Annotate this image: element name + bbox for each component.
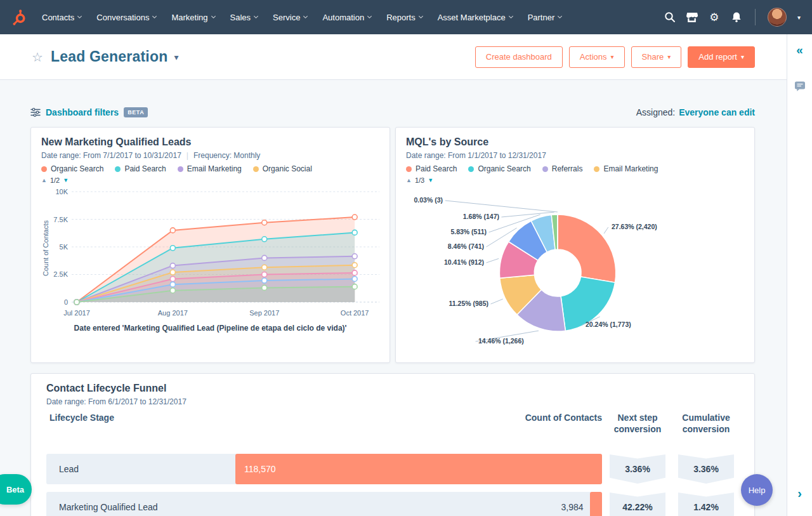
legend-item-referrals[interactable]: Referrals (542, 164, 583, 173)
funnel-bar[interactable] (590, 492, 602, 516)
create-dashboard-button[interactable]: Create dashboard (475, 46, 563, 68)
chevron-down-icon: ▾ (667, 53, 671, 60)
dashboard-switcher-caret-icon[interactable]: ▾ (174, 52, 178, 62)
marketplace-icon[interactable] (686, 11, 698, 23)
settings-icon[interactable]: ⚙ (708, 11, 721, 23)
nav-item-service[interactable]: Service (265, 0, 315, 34)
hubspot-logo-icon[interactable] (9, 8, 28, 27)
data-point-marker (74, 300, 79, 305)
collapse-panel-icon[interactable]: « (787, 43, 812, 57)
legend-prev-icon[interactable]: ▲ (41, 177, 47, 183)
legend-item-paid-search[interactable]: Paid Search (406, 164, 457, 173)
funnel-column-headers: Lifecycle Stage Count of Contacts Next s… (46, 413, 739, 435)
data-point-marker (352, 230, 357, 235)
legend-item-email-marketing[interactable]: Email Marketing (594, 164, 658, 173)
nav-item-sales[interactable]: Sales (223, 0, 266, 34)
chevron-down-icon: ▾ (741, 53, 744, 60)
legend-item-email-marketing[interactable]: Email Marketing (178, 164, 242, 173)
funnel-count-value: 118,570 (235, 464, 276, 474)
funnel-row: Lead118,5703.36%3.36% (46, 454, 739, 484)
chevron-down-icon (77, 14, 82, 18)
dashboard-filters-button[interactable]: Dashboard filters BETA (30, 107, 148, 117)
dashboard-filters-label: Dashboard filters (46, 107, 119, 117)
nav-item-reports[interactable]: Reports (379, 0, 430, 34)
data-point-marker (352, 284, 357, 289)
favorite-star-icon[interactable]: ☆ (32, 50, 43, 65)
data-point-marker (262, 237, 267, 242)
y-axis: 02.5K5K7.5K10K (50, 188, 72, 308)
donut-slice-label: 5.83% (511) (450, 228, 487, 235)
chevron-down-icon: ▾ (611, 53, 614, 60)
legend-next-icon[interactable]: ▼ (428, 177, 433, 183)
assigned-link[interactable]: Everyone can edit (679, 107, 755, 117)
chevron-down-icon (509, 14, 513, 18)
donut-slice-label: 1.68% (147) (463, 213, 499, 220)
user-avatar[interactable] (768, 8, 787, 27)
legend-page-indicator: 1/2 (50, 176, 60, 184)
data-point-marker (262, 285, 267, 290)
funnel-next-step-badge: 42.22% (610, 493, 665, 516)
badge-value: 42.22% (622, 502, 652, 512)
area-chart: Count of Contacts 02.5K5K7.5K10K (41, 188, 379, 308)
share-button[interactable]: Share▾ (631, 46, 682, 68)
x-axis: Jul 2017Aug 2017Sep 2017Oct 2017 (72, 308, 379, 318)
funnel-count-value: 3,984 (561, 502, 584, 512)
assigned-section: Assigned: Everyone can edit (636, 107, 755, 117)
data-point-marker (262, 255, 267, 260)
header-buttons: Create dashboard Actions▾ Share▾ Add rep… (475, 46, 755, 68)
donut-slice-label: 10.41% (912) (444, 258, 484, 266)
nav-item-label: Marketing (171, 13, 207, 22)
data-point-marker (352, 263, 357, 268)
funnel-bar[interactable]: 118,570 (235, 454, 602, 484)
chevron-down-icon (419, 14, 423, 18)
legend-dot-icon (542, 166, 548, 172)
actions-button[interactable]: Actions▾ (569, 46, 625, 68)
notifications-icon[interactable] (730, 11, 743, 23)
legend-next-icon[interactable]: ▼ (63, 177, 69, 183)
funnel-row: Marketing Qualified Lead3,98442.22%1.42% (46, 492, 739, 516)
legend-item-organic-social[interactable]: Organic Social (253, 164, 312, 173)
funnel-stage-label: Marketing Qualified Lead (46, 502, 235, 512)
chevron-down-icon (152, 14, 157, 18)
nav-item-label: Service (273, 13, 300, 22)
nav-item-partner[interactable]: Partner (520, 0, 570, 34)
nav-item-conversations[interactable]: Conversations (89, 0, 164, 34)
right-rail: « › (787, 34, 812, 516)
y-tick-label: 2.5K (53, 270, 68, 278)
badge-value: 3.36% (693, 464, 719, 474)
nav-item-label: Partner (528, 13, 555, 22)
donut-chart: 27.63% (2,420)20.24% (1,773)14.46% (1,26… (406, 188, 744, 353)
comments-icon[interactable] (787, 81, 812, 91)
search-icon[interactable] (664, 11, 676, 23)
legend-item-paid-search[interactable]: Paid Search (115, 164, 166, 173)
nav-item-asset-marketplace[interactable]: Asset Marketplace (430, 0, 520, 34)
donut-slice-label: 11.25% (985) (449, 300, 488, 307)
report-title: MQL's by Source (406, 136, 744, 148)
legend-dot-icon (41, 166, 47, 172)
report-card-lifecycle-funnel: Contact Lifecycle Funnel Date range: Fro… (30, 373, 755, 516)
legend-item-organic-search[interactable]: Organic Search (41, 164, 103, 173)
nav-item-automation[interactable]: Automation (315, 0, 379, 34)
legend-pager: ▲ 1/3 ▼ (406, 176, 744, 184)
frequency: Frequency: Monthly (193, 151, 260, 160)
nav-item-marketing[interactable]: Marketing (164, 0, 222, 34)
badge-value: 3.36% (625, 464, 650, 474)
nav-item-contacts[interactable]: Contacts (34, 0, 89, 34)
report-meta: Date range: From 6/1/2017 to 12/31/2017 (46, 397, 739, 406)
add-report-button[interactable]: Add report▾ (688, 46, 755, 68)
chevron-down-icon[interactable]: ▾ (797, 14, 801, 21)
data-point-marker (352, 270, 357, 275)
legend-prev-icon[interactable]: ▲ (406, 177, 412, 183)
legend-label: Organic Search (478, 164, 530, 173)
plot-area (72, 188, 379, 308)
chart-legend: Organic SearchPaid SearchEmail Marketing… (41, 164, 379, 173)
nav-menu: ContactsConversationsMarketingSalesServi… (34, 0, 569, 34)
legend-item-organic-search[interactable]: Organic Search (468, 164, 530, 173)
legend-dot-icon (468, 166, 474, 172)
help-button[interactable]: Help (741, 474, 773, 506)
legend-dot-icon (178, 166, 183, 172)
beta-pill-button[interactable]: Beta (0, 474, 32, 505)
beta-badge: BETA (124, 107, 148, 117)
expand-panel-icon[interactable]: › (787, 486, 812, 501)
x-axis-caption: Date entered 'Marketing Qualified Lead (… (41, 323, 379, 333)
